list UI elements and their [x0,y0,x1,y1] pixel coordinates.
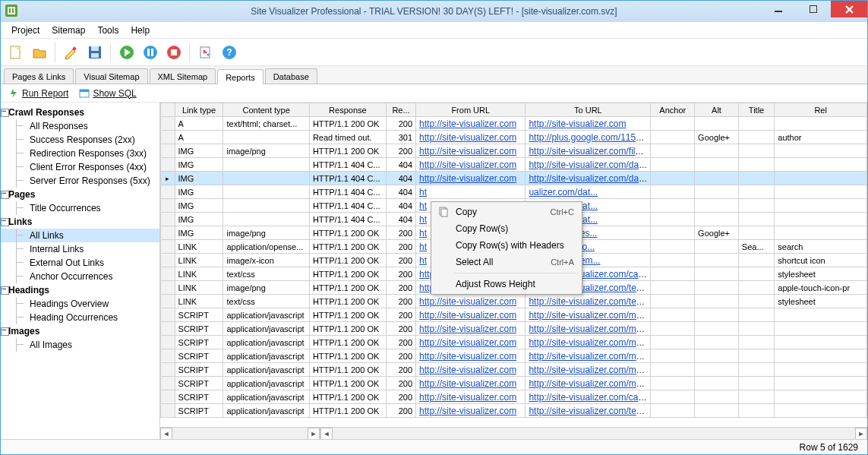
url-link[interactable]: http://site-visualizer.com [419,392,516,403]
url-link[interactable]: http://site-visualizer.com [419,337,516,348]
column-header[interactable]: Re... [386,103,415,117]
toolbar-help-button[interactable]: ? [219,42,240,63]
table-row[interactable]: SCRIPTapplication/javascriptHTTP/1.1 200… [161,377,867,390]
ctx-copy[interactable]: Copy Ctrl+C [433,204,580,220]
column-header[interactable]: Alt [695,103,739,117]
maximize-button[interactable] [796,1,831,17]
column-header[interactable]: Title [738,103,774,117]
tab-database[interactable]: Database [265,68,317,84]
column-header[interactable]: Anchor [651,103,695,117]
url-link[interactable]: http://site-visualizer.com/me... [529,310,649,321]
menu-project[interactable]: Project [7,24,44,37]
tree-item[interactable]: Anchor Occurrences [1,270,159,283]
url-link[interactable]: http://site-visualizer.com [419,118,516,129]
url-link[interactable]: http://site-visualizer.com [419,324,516,334]
column-header[interactable]: Response [309,103,386,117]
url-link[interactable]: http://site-visualizer.com [419,310,516,321]
table-row[interactable]: Atext/html; charset...HTTP/1.1 200 OK200… [161,117,867,131]
tab-visual-sitemap[interactable]: Visual Sitemap [75,68,147,84]
menu-help[interactable]: Help [126,24,154,37]
url-link[interactable]: http://site-visualizer.com [419,406,516,416]
tree-item[interactable]: All Responses [1,119,159,133]
url-link[interactable]: ht [419,255,427,266]
url-link[interactable]: http://site-visualizer.com/me... [529,337,649,348]
toolbar-run-button[interactable] [116,42,137,63]
url-link[interactable]: ht [419,214,427,225]
report-tree[interactable]: Crawl ResponsesAll ResponsesSuccess Resp… [1,103,160,439]
tab-pages-links[interactable]: Pages & Links [4,68,74,84]
table-row[interactable]: SCRIPTapplication/javascriptHTTP/1.1 200… [161,308,867,322]
table-row[interactable]: IMGHTTP/1.1 404 C...404http://site-visua… [161,158,867,172]
url-link[interactable]: http://site-visualizer.com [419,351,516,362]
tab-reports[interactable]: Reports [217,69,264,84]
column-header[interactable]: Content type [223,103,309,117]
url-link[interactable]: http://site-visualizer.com/dat... [529,173,649,184]
tree-item[interactable]: Headings Overview [1,297,159,311]
ctx-copy-rows-headers[interactable]: Copy Row(s) with Headers [433,237,580,254]
url-link[interactable]: http://site-visualizer.com [419,146,516,156]
table-row[interactable]: SCRIPTapplication/javascriptHTTP/1.1 200… [161,404,867,418]
toolbar-new-button[interactable] [5,42,27,63]
column-header[interactable]: To URL [526,103,651,117]
ctx-adjust-rows[interactable]: Adjust Rows Height [433,276,580,292]
close-button[interactable] [831,1,867,17]
url-link[interactable]: http://site-visualizer.com/file... [529,146,648,156]
tree-group[interactable]: Pages [1,188,159,201]
toolbar-edit-button[interactable] [61,42,82,63]
table-row[interactable]: SCRIPTapplication/javascriptHTTP/1.1 200… [161,390,867,404]
show-sql-link[interactable]: Show SQL [79,88,136,99]
table-row[interactable]: IMGHTTP/1.1 404 C...404htualizer.com/dat… [161,185,867,199]
table-row[interactable]: SCRIPTapplication/javascriptHTTP/1.1 200… [161,322,867,336]
scroll-left-arrow[interactable]: ◄ [160,428,172,440]
tree-item[interactable]: All Links [1,229,159,242]
menu-sitemap[interactable]: Sitemap [47,24,90,37]
tree-group[interactable]: Images [1,324,159,338]
url-link[interactable]: http://site-visualizer.com/tem... [529,296,650,307]
table-row[interactable]: SCRIPTapplication/javascriptHTTP/1.1 200… [161,363,867,377]
tree-item[interactable]: All Images [1,338,159,352]
column-header[interactable]: From URL [416,103,526,117]
tree-item[interactable]: Title Occurrences [1,201,159,215]
url-link[interactable]: http://site-visualizer.com [419,160,516,170]
scroll-right-arrow[interactable]: ► [308,428,320,440]
url-link[interactable]: http://site-visualizer.com [529,118,626,129]
url-link[interactable]: http://site-visualizer.com/dat... [529,160,649,170]
url-link[interactable]: ht [419,228,427,239]
menu-tools[interactable]: Tools [93,24,123,37]
url-link[interactable]: http://site-visualizer.com [419,378,516,389]
table-row[interactable]: IMGimage/pngHTTP/1.1 200 OK200http://sit… [161,144,867,158]
table-row[interactable]: LINKtext/cssHTTP/1.1 200 OK200http://sit… [161,295,867,308]
url-link[interactable]: http://site-visualizer.com [419,365,516,375]
tree-item[interactable]: Server Error Responses (5xx) [1,174,159,188]
toolbar-save-button[interactable] [84,42,106,63]
url-link[interactable]: ht [419,187,427,197]
table-row[interactable]: SCRIPTapplication/javascriptHTTP/1.1 200… [161,349,867,363]
scroll-track[interactable] [333,428,855,439]
table-row[interactable]: ARead timed out.301http://site-visualize… [161,131,867,144]
url-link[interactable]: http://site-visualizer.com [419,132,516,143]
tree-item[interactable]: Heading Occurrences [1,311,159,324]
ctx-copy-rows[interactable]: Copy Row(s) [433,220,580,237]
url-link[interactable]: http://site-visualizer.com [419,296,516,307]
tree-group[interactable]: Crawl Responses [1,106,159,119]
url-link[interactable]: http://site-visualizer.com/me... [529,351,649,362]
toolbar-stop-button[interactable] [163,42,185,63]
scroll-right-arrow[interactable]: ► [855,428,867,440]
toolbar-open-button[interactable] [29,42,50,63]
tree-item[interactable]: Internal Links [1,242,159,256]
horizontal-scrollbar[interactable]: ◄ ► ◄ ► [160,427,867,439]
toolbar-settings-button[interactable] [195,42,216,63]
tree-item[interactable]: External Out Links [1,256,159,270]
table-row[interactable]: ▸IMGHTTP/1.1 404 C...404http://site-visu… [161,172,867,185]
url-link[interactable]: http://site-visualizer.com/me... [529,378,649,389]
column-header[interactable]: Rel [775,103,867,117]
minimize-button[interactable] [761,1,796,17]
ctx-select-all[interactable]: Select All Ctrl+A [433,254,580,270]
url-link[interactable]: ualizer.com/dat... [529,187,598,197]
scroll-track[interactable] [172,428,308,439]
url-link[interactable]: http://site-visualizer.com [419,173,516,184]
tree-group[interactable]: Headings [1,283,159,297]
url-link[interactable]: http://site-visualizer.com/tem... [529,406,650,416]
tree-group[interactable]: Links [1,215,159,229]
scroll-left-arrow[interactable]: ◄ [320,428,333,440]
